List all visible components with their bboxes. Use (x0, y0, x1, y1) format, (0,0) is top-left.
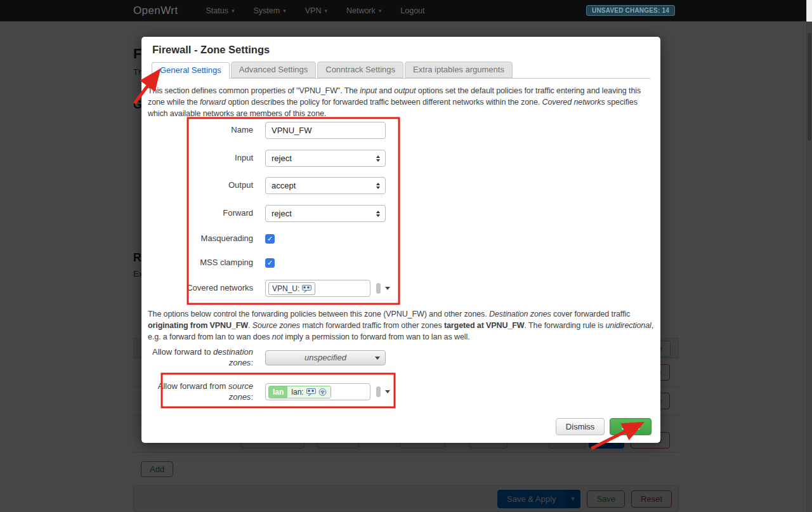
wifi-icon (318, 388, 327, 396)
tab-general-settings[interactable]: General Settings (152, 62, 230, 79)
allow-forward-from-label: Allow forward from source zones: (152, 381, 253, 403)
network-tag-vpnu[interactable]: VPN_U: (268, 282, 315, 295)
allow-forward-to-row: Allow forward to destination zones: unsp… (152, 347, 386, 369)
covered-networks-dropdown[interactable]: VPN_U: (265, 280, 391, 297)
nav-item-logout[interactable]: Logout (400, 6, 424, 15)
stepper-icon (376, 155, 380, 162)
chevron-down-icon: ▾ (283, 8, 286, 14)
forward-policy-row: Forward reject (152, 205, 386, 222)
tab-conntrack-settings[interactable]: Conntrack Settings (317, 62, 403, 78)
openwrt-logo: OpenWrt (133, 4, 178, 17)
stepper-icon (376, 183, 380, 189)
covered-networks-row: Covered networks VPN_U: (152, 280, 391, 297)
chevron-down-icon (375, 357, 380, 360)
unsaved-changes-badge[interactable]: UNSAVED CHANGES: 14 (586, 5, 675, 16)
nav-menu: Status▾ System▾ VPN▾ Network▾ Logout (206, 6, 425, 15)
mss-clamping-checkbox[interactable]: ✓ (265, 258, 275, 268)
chevron-down-icon: ▾ (324, 8, 327, 14)
stepper-icon (376, 211, 380, 217)
output-policy-row: Output accept (152, 177, 386, 194)
nav-item-system[interactable]: System▾ (253, 6, 285, 15)
chevron-down-icon (385, 287, 390, 290)
top-nav: OpenWrt Status▾ System▾ VPN▾ Network▾ Lo… (0, 0, 812, 22)
masquerading-row: Masquerading ✓ (152, 233, 275, 244)
nav-item-network[interactable]: Network▾ (346, 6, 381, 15)
allow-forward-to-label: Allow forward to destination zones: (152, 347, 253, 369)
save-button[interactable]: Save (610, 418, 652, 435)
tab-advanced-settings[interactable]: Advanced Settings (231, 62, 316, 78)
zone-settings-modal: Firewall - Zone Settings General Setting… (141, 37, 660, 443)
dismiss-button[interactable]: Dismiss (556, 418, 605, 435)
chevron-down-icon: ▾ (379, 8, 382, 14)
dropdown-scrollthumb (376, 283, 381, 294)
name-label: Name (152, 125, 253, 136)
allow-forward-from-row: Allow forward from source zones: lan lan… (152, 381, 391, 403)
chevron-down-icon: ▾ (232, 8, 235, 14)
screen: Firewall - Zone Settings The firewall cr… (0, 0, 812, 512)
output-policy-label: Output (152, 180, 253, 191)
mss-clamping-label: MSS clamping (152, 258, 253, 268)
covered-networks-label: Covered networks (152, 283, 253, 294)
tab-extra-iptables-arguments[interactable]: Extra iptables arguments (405, 62, 513, 78)
masquerading-label: Masquerading (152, 233, 253, 244)
forward-policy-select[interactable]: reject (265, 205, 386, 222)
nav-item-vpn[interactable]: VPN▾ (305, 6, 327, 15)
mss-clamping-row: MSS clamping ✓ (152, 258, 275, 268)
input-policy-row: Input reject (152, 150, 386, 167)
destination-zones-dropdown[interactable]: unspecified (265, 350, 386, 365)
name-input[interactable] (265, 122, 386, 139)
nav-item-status[interactable]: Status▾ (206, 6, 235, 15)
ethernet-icon (306, 388, 316, 396)
source-zones-dropdown[interactable]: lan lan: (265, 383, 391, 400)
modal-actions: Dismiss Save (556, 418, 652, 435)
ethernet-icon (302, 285, 311, 292)
forward-policy-label: Forward (152, 208, 253, 219)
zone-tag-lan[interactable]: lan lan: (268, 386, 331, 398)
output-policy-select[interactable]: accept (265, 177, 386, 194)
modal-intro-text: This section defines common properties o… (148, 86, 657, 119)
name-row: Name (152, 122, 386, 139)
chevron-down-icon (385, 390, 390, 393)
forwarding-intro-text: The options below control the forwarding… (148, 309, 659, 343)
masquerading-checkbox[interactable]: ✓ (265, 234, 275, 244)
source-zones-box: lan lan: (265, 383, 370, 400)
covered-networks-box: VPN_U: (265, 280, 370, 297)
input-policy-select[interactable]: reject (265, 150, 386, 167)
modal-tabs: General Settings Advanced Settings Connt… (152, 63, 650, 79)
input-policy-label: Input (152, 153, 253, 164)
modal-title: Firewall - Zone Settings (152, 44, 270, 56)
dropdown-scrollthumb (376, 386, 381, 397)
